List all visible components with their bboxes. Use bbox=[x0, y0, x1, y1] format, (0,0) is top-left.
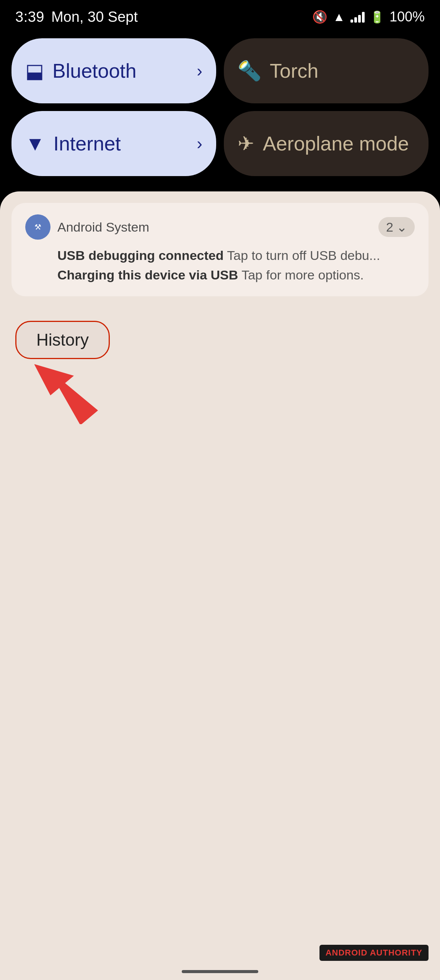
status-bar: 3:39 Mon, 30 Sept 🔇 ▲ 🔋 100% bbox=[0, 0, 440, 31]
notif-normal-1: Tap to turn off USB debu... bbox=[227, 248, 380, 263]
internet-icon: ▼ bbox=[25, 132, 45, 155]
notification-header: ⚒ Android System 2 ⌄ bbox=[25, 214, 415, 240]
svg-marker-2 bbox=[34, 350, 101, 424]
home-bar[interactable] bbox=[182, 970, 258, 973]
app-name: Android System bbox=[57, 220, 149, 235]
battery-level: 100% bbox=[389, 9, 425, 25]
notification-count-badge[interactable]: 2 ⌄ bbox=[378, 217, 415, 237]
internet-chevron-icon: › bbox=[197, 134, 202, 153]
watermark-text2: AUTHORITY bbox=[370, 948, 422, 957]
svg-text:⚒: ⚒ bbox=[34, 223, 41, 231]
bluetooth-icon: ⬓ bbox=[25, 59, 44, 82]
torch-icon: 🔦 bbox=[238, 60, 261, 82]
signal-icon bbox=[350, 11, 365, 23]
history-section: History bbox=[11, 309, 110, 359]
battery-icon: 🔋 bbox=[370, 10, 384, 24]
watermark: ANDROID AUTHORITY bbox=[319, 945, 429, 961]
status-right: 🔇 ▲ 🔋 100% bbox=[312, 9, 425, 25]
bluetooth-label: Bluetooth bbox=[52, 59, 137, 82]
watermark-text1: ANDROID bbox=[326, 948, 370, 957]
bluetooth-chevron-icon: › bbox=[197, 61, 202, 80]
arrow-annotation bbox=[34, 340, 134, 424]
internet-tile[interactable]: ▼ Internet › bbox=[11, 111, 216, 176]
aeroplane-tile[interactable]: ✈ Aeroplane mode bbox=[224, 111, 429, 176]
aeroplane-label: Aeroplane mode bbox=[263, 132, 409, 155]
notif-bold-2: Charging this device via USB bbox=[57, 268, 238, 282]
quick-tiles-panel: ⬓ Bluetooth › 🔦 Torch ▼ Internet › ✈ Aer… bbox=[0, 31, 440, 188]
status-time: 3:39 bbox=[15, 9, 44, 25]
bluetooth-tile[interactable]: ⬓ Bluetooth › bbox=[11, 38, 216, 103]
expand-icon: ⌄ bbox=[396, 219, 407, 235]
torch-label: Torch bbox=[270, 59, 318, 82]
internet-label: Internet bbox=[53, 132, 121, 155]
red-arrow-icon bbox=[34, 340, 134, 424]
android-system-icon: ⚒ bbox=[25, 214, 51, 240]
wifi-icon: ▲ bbox=[333, 10, 345, 24]
notification-app-row: ⚒ Android System bbox=[25, 214, 149, 240]
status-date: Mon, 30 Sept bbox=[51, 9, 138, 25]
notif-normal-2: Tap for more options. bbox=[241, 268, 363, 282]
notification-line-1: USB debugging connected Tap to turn off … bbox=[57, 246, 415, 265]
notification-count: 2 bbox=[386, 220, 393, 235]
status-left: 3:39 Mon, 30 Sept bbox=[15, 9, 138, 25]
notification-area: ⚒ Android System 2 ⌄ USB debugging conne… bbox=[0, 191, 440, 980]
notification-line-2: Charging this device via USB Tap for mor… bbox=[57, 265, 415, 285]
notif-bold-1: USB debugging connected bbox=[57, 248, 223, 263]
aeroplane-icon: ✈ bbox=[238, 132, 254, 155]
notification-card[interactable]: ⚒ Android System 2 ⌄ USB debugging conne… bbox=[11, 203, 429, 296]
torch-tile[interactable]: 🔦 Torch bbox=[224, 38, 429, 103]
mute-icon: 🔇 bbox=[312, 10, 328, 24]
